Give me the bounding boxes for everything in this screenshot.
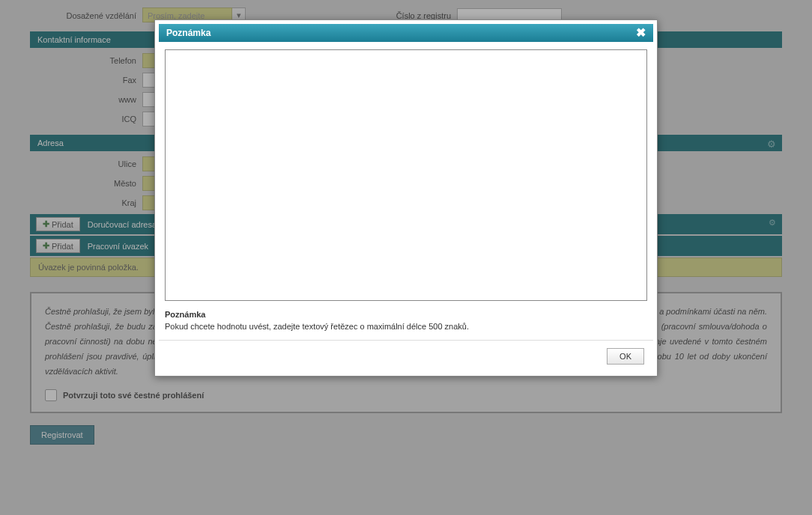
hint-desc: Pokud chcete hodnotu uvést, zadejte text… [165,322,647,331]
modal-title: Poznámka [166,28,210,38]
modal-body [159,42,653,305]
close-icon[interactable]: ✖ [636,28,646,38]
note-textarea[interactable] [165,49,647,301]
note-modal: Poznámka ✖ Poznámka Pokud chcete hodnotu… [154,19,658,377]
ok-button[interactable]: OK [607,348,644,365]
modal-header[interactable]: Poznámka ✖ [159,24,653,42]
modal-footer: OK [159,340,653,372]
hint-title: Poznámka [165,310,647,319]
modal-hint: Poznámka Pokud chcete hodnotu uvést, zad… [159,305,653,340]
